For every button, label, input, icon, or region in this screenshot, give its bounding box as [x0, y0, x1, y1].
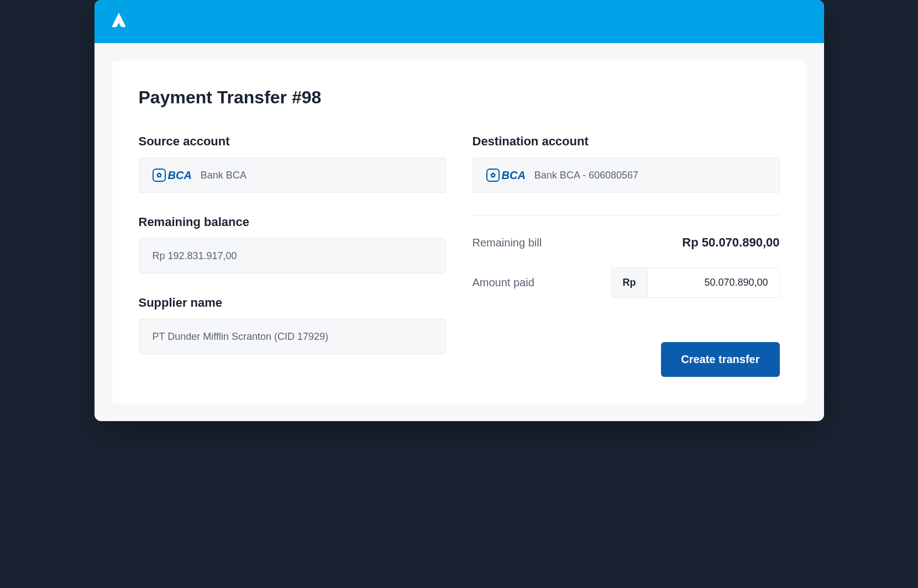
destination-account-box[interactable]: ✿ BCA Bank BCA - 606080567: [473, 158, 780, 193]
remaining-bill-row: Remaining bill Rp 50.070.890,00: [473, 235, 780, 250]
left-column: Source account ✿ BCA Bank BCA Remaining …: [139, 134, 446, 377]
remaining-balance-box: Rp 192.831.917,00: [139, 238, 446, 274]
app-logo-icon: [108, 11, 130, 33]
right-column: Destination account ✿ BCA Bank BCA - 606…: [473, 134, 780, 377]
destination-account-field: Destination account ✿ BCA Bank BCA - 606…: [473, 134, 780, 193]
button-row: Create transfer: [473, 342, 780, 377]
source-account-label: Source account: [139, 134, 446, 149]
remaining-balance-field: Remaining balance Rp 192.831.917,00: [139, 215, 446, 274]
source-account-field: Source account ✿ BCA Bank BCA: [139, 134, 446, 193]
divider: [473, 215, 780, 216]
create-transfer-button[interactable]: Create transfer: [661, 342, 779, 377]
supplier-name-field: Supplier name PT Dunder Mifflin Scranton…: [139, 296, 446, 354]
remaining-bill-label: Remaining bill: [473, 237, 542, 249]
remaining-balance-value: Rp 192.831.917,00: [153, 250, 237, 262]
supplier-name-label: Supplier name: [139, 296, 446, 310]
remaining-bill-value: Rp 50.070.890,00: [682, 235, 779, 250]
amount-paid-label: Amount paid: [473, 276, 534, 289]
form-columns: Source account ✿ BCA Bank BCA Remaining …: [139, 134, 780, 377]
content-card: Payment Transfer #98 Source account ✿ BC…: [112, 61, 806, 403]
bca-bank-logo-icon: ✿ BCA: [486, 169, 526, 182]
amount-paid-row: Amount paid Rp: [473, 267, 780, 298]
destination-account-value: Bank BCA - 606080567: [534, 170, 638, 181]
amount-paid-input[interactable]: [647, 267, 780, 298]
header-bar: [95, 0, 824, 43]
amount-paid-input-group: Rp: [611, 267, 780, 298]
bca-bank-logo-icon: ✿ BCA: [153, 169, 192, 182]
source-account-box[interactable]: ✿ BCA Bank BCA: [139, 158, 446, 193]
remaining-balance-label: Remaining balance: [139, 215, 446, 229]
supplier-name-value: PT Dunder Mifflin Scranton (CID 17929): [153, 331, 328, 343]
destination-account-label: Destination account: [473, 134, 780, 149]
source-account-value: Bank BCA: [201, 170, 246, 181]
supplier-name-box: PT Dunder Mifflin Scranton (CID 17929): [139, 319, 446, 354]
app-window: Payment Transfer #98 Source account ✿ BC…: [95, 0, 824, 421]
currency-prefix: Rp: [611, 267, 647, 298]
page-title: Payment Transfer #98: [139, 87, 780, 108]
